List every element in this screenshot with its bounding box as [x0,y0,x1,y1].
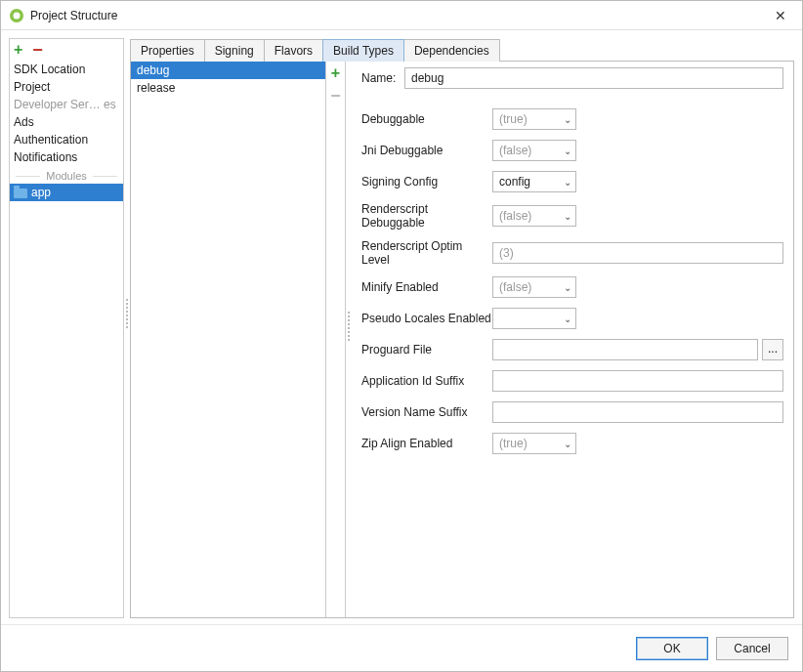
combo-value: (true) [499,112,528,126]
combo-value: (true) [499,437,528,450]
dialog-footer: OK Cancel [1,624,802,671]
tab-bar: PropertiesSigningFlavorsBuild TypesDepen… [130,38,794,61]
field-label: Proguard File [361,343,492,357]
sidebar-toolbar: + − [10,39,123,61]
sidebar-item: Developer Ser… es [10,96,123,113]
name-label: Name: [361,71,404,85]
combo-value: config [499,175,530,189]
field-label: Zip Align Enabled [361,437,492,450]
add-icon[interactable]: + [14,42,22,58]
sidebar-module-item[interactable]: app [10,184,123,201]
field-combo[interactable]: (false)⌄ [492,140,576,161]
svg-point-1 [14,12,21,19]
tab-dependencies[interactable]: Dependencies [403,39,500,62]
chevron-down-icon: ⌄ [564,439,571,449]
sidebar-item[interactable]: SDK Location [10,61,123,78]
add-build-type-icon[interactable]: + [331,65,340,81]
field-combo[interactable]: config⌄ [492,171,576,192]
combo-value: (false) [499,144,531,157]
chevron-down-icon: ⌄ [564,177,571,188]
remove-icon[interactable]: − [32,41,43,59]
splitter-handle[interactable] [124,38,130,618]
field-label: Debuggable [361,112,492,126]
browse-button[interactable]: ... [762,339,783,360]
sidebar-module-label: app [31,186,51,199]
inner-splitter-handle[interactable] [346,62,352,617]
folder-icon [14,189,27,198]
sidebar-item[interactable]: Authentication [10,131,123,148]
chevron-down-icon: ⌄ [564,114,571,125]
field-label: Pseudo Locales Enabled [361,312,492,325]
build-types-actions: + − [326,62,346,617]
build-types-panel: debugrelease [131,62,326,617]
field-combo[interactable]: (false)⌄ [492,205,576,227]
tab-properties[interactable]: Properties [130,39,205,62]
field-label: Version Name Suffix [361,405,492,419]
combo-value: (false) [499,209,531,223]
build-types-list[interactable]: debugrelease [131,62,325,617]
titlebar: Project Structure ✕ [1,1,802,30]
field-label: Application Id Suffix [361,374,492,388]
cancel-button[interactable]: Cancel [716,637,788,660]
app-icon [9,8,24,23]
build-type-form: Name: Debuggable(true)⌄Jni Debuggable(fa… [352,62,793,617]
build-type-item[interactable]: release [131,79,325,97]
tab-flavors[interactable]: Flavors [264,39,323,62]
ok-button[interactable]: OK [636,637,708,660]
window-title: Project Structure [30,9,767,22]
name-input[interactable] [404,67,783,89]
field-input[interactable] [492,401,783,423]
build-type-item[interactable]: debug [131,62,325,79]
sidebar-item[interactable]: Ads [10,113,123,131]
field-label: Jni Debuggable [361,144,492,157]
sidebar-list: SDK LocationProjectDeveloper Ser… esAdsA… [10,61,123,617]
field-label: Renderscript Optim Level [361,239,492,267]
combo-value: (false) [499,280,531,294]
field-combo[interactable]: ⌄ [492,308,576,329]
chevron-down-icon: ⌄ [564,211,571,222]
field-combo[interactable]: (false)⌄ [492,276,576,298]
close-icon[interactable]: ✕ [767,8,794,23]
field-label: Signing Config [361,175,492,189]
tab-build-types[interactable]: Build Types [322,39,404,62]
field-combo[interactable]: (true)⌄ [492,433,576,454]
chevron-down-icon: ⌄ [564,282,571,293]
field-label: Minify Enabled [361,280,492,294]
sidebar: + − SDK LocationProjectDeveloper Ser… es… [9,38,124,618]
field-input[interactable] [492,339,758,360]
modules-separator: Modules [10,170,123,182]
tab-signing[interactable]: Signing [204,39,265,62]
chevron-down-icon: ⌄ [564,146,571,156]
remove-build-type-icon: − [330,87,341,105]
field-input[interactable] [492,370,783,392]
project-structure-dialog: Project Structure ✕ + − SDK LocationProj… [0,0,803,672]
chevron-down-icon: ⌄ [564,314,571,324]
sidebar-item[interactable]: Project [10,78,123,96]
field-label: Renderscript Debuggable [361,202,492,230]
tab-content: debugrelease + − Name: Debuggable(true)⌄… [130,61,794,618]
field-combo[interactable]: (true)⌄ [492,108,576,130]
field-input[interactable] [492,242,783,264]
sidebar-item[interactable]: Notifications [10,148,123,166]
